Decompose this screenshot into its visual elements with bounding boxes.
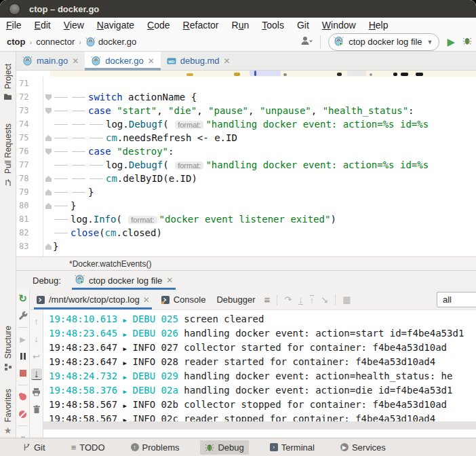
breadcrumb-item[interactable]: connector [36, 37, 75, 47]
log-level-filter-select[interactable]: all [437, 292, 476, 307]
fold-gutter[interactable] [43, 185, 53, 199]
soft-wrap-icon[interactable]: ↩ [31, 351, 42, 362]
tool-window-button-favorites[interactable]: Favorites★ [3, 389, 13, 435]
menu-refactor[interactable]: Refactor [183, 20, 219, 31]
code-line-71[interactable]: 71 [16, 77, 476, 90]
close-icon[interactable]: ✕ [143, 295, 150, 305]
debug-button[interactable] [462, 36, 472, 48]
step-into-icon[interactable]: ↓ [298, 295, 303, 305]
editor-tab-main.go[interactable]: main.go✕ [16, 52, 85, 70]
fold-marker-icon[interactable] [45, 189, 52, 195]
editor-tab-debug.md[interactable]: MDdebug.md✕ [161, 52, 237, 70]
run-configuration-select[interactable]: ctop docker log file ▼ [328, 33, 439, 51]
pause-icon[interactable] [18, 351, 28, 362]
breadcrumb-item[interactable]: ctop [7, 37, 25, 47]
up-stack-icon[interactable]: ↑ [31, 316, 42, 326]
code-line-74[interactable]: 74log.Debugf( format:"handling docker ev… [16, 117, 476, 131]
stop-icon[interactable] [18, 368, 28, 379]
print-icon[interactable] [31, 386, 42, 397]
code-line-78[interactable]: 78cm.delByID(e.ID) [16, 172, 476, 185]
menu-edit[interactable]: Edit [35, 20, 51, 31]
close-icon[interactable]: ✕ [166, 276, 173, 285]
fold-marker-icon[interactable] [45, 108, 52, 114]
fold-marker-icon[interactable] [45, 176, 52, 182]
statusbar-item-problems[interactable]: !Problems [126, 440, 184, 455]
mute-breakpoints-icon[interactable] [18, 408, 28, 419]
fold-gutter[interactable] [43, 145, 53, 158]
layout-menu-icon[interactable]: ≡ [264, 294, 271, 305]
tool-window-button-project[interactable]: Project [3, 64, 13, 100]
menu-navigate[interactable]: Navigate [97, 20, 134, 31]
debug-tab-debugger[interactable]: Debugger [214, 290, 257, 309]
fold-gutter[interactable] [43, 172, 53, 185]
code-line-80[interactable]: 80} [16, 199, 476, 212]
run-button[interactable]: ▶ [447, 37, 455, 47]
menu-file[interactable]: File [6, 20, 22, 31]
statusbar-item-services[interactable]: ▶Services [336, 440, 391, 455]
run-to-cursor-icon[interactable]: ↘ [321, 295, 328, 304]
menu-run[interactable]: Run [232, 20, 250, 31]
down-stack-icon[interactable]: ↓ [31, 333, 42, 344]
editor-tab-docker.go[interactable]: docker.go✕ [85, 52, 160, 70]
fold-marker-icon[interactable] [45, 135, 52, 141]
fold-marker-icon[interactable] [45, 149, 52, 155]
code-line-76[interactable]: 76case "destroy": [16, 145, 476, 158]
resume-icon[interactable]: ▶ [18, 334, 28, 345]
menu-code[interactable]: Code [147, 20, 170, 31]
view-breakpoints-icon[interactable] [18, 392, 28, 402]
statusbar-item-terminal[interactable]: ›Terminal [265, 440, 319, 455]
fold-gutter[interactable] [43, 158, 53, 172]
close-icon[interactable]: ✕ [224, 56, 231, 66]
rerun-icon[interactable]: ↻ [18, 293, 28, 304]
debug-tab--mnt-work-ctop-ctop-log[interactable]: /mnt/work/ctop/ctop.log✕ [34, 290, 152, 309]
user-icon[interactable] [300, 35, 313, 49]
code-line-79[interactable]: 79} [16, 185, 476, 199]
tool-window-button-pull-requests[interactable]: Pull Requests [3, 124, 13, 187]
close-icon[interactable]: ✕ [72, 56, 79, 66]
fold-gutter[interactable] [43, 199, 53, 212]
fold-gutter[interactable] [43, 253, 53, 256]
console-horizontal-scrollbar[interactable] [43, 421, 476, 430]
fold-gutter[interactable] [43, 117, 53, 131]
step-out-icon[interactable]: ↑ [310, 295, 315, 305]
close-icon[interactable]: ✕ [148, 56, 155, 66]
code-editor[interactable]: 7172switch actionName {73case "start", "… [16, 71, 476, 256]
scroll-to-end-icon[interactable]: ↓ [31, 368, 42, 379]
code-line-73[interactable]: 73case "start", "die", "pause", "unpause… [16, 104, 476, 117]
code-line-82[interactable]: 82close(cm.closed) [16, 226, 476, 240]
menu-git[interactable]: Git [297, 20, 309, 31]
fold-gutter[interactable] [43, 212, 53, 226]
fold-marker-icon[interactable] [45, 94, 52, 100]
statusbar-item-todo[interactable]: ≡TODO [66, 440, 110, 455]
statusbar-item-debug[interactable]: Debug [200, 440, 248, 455]
menu-help[interactable]: Help [369, 20, 389, 31]
menu-tools[interactable]: Tools [262, 20, 284, 31]
debug-tab-console[interactable]: Console [159, 290, 208, 309]
layout-grid-icon[interactable]: ▦ [342, 295, 351, 304]
fold-marker-icon[interactable] [45, 203, 52, 209]
fold-gutter[interactable] [43, 104, 53, 117]
settings-wrench-icon[interactable] [18, 310, 28, 321]
fold-marker-icon[interactable] [45, 244, 52, 250]
debug-session-tab[interactable]: ctop docker log file ✕ [72, 271, 176, 290]
code-line-83[interactable]: 83} [16, 240, 476, 253]
fold-gutter[interactable] [43, 240, 53, 253]
code-line-72[interactable]: 72switch actionName { [16, 90, 476, 104]
menu-window[interactable]: Window [322, 20, 356, 31]
log-console[interactable]: 19:48:10.613 ▶ DEBU 025 screen cleared19… [43, 310, 476, 438]
clear-all-icon[interactable] [31, 404, 42, 415]
window-close-button[interactable] [9, 3, 20, 15]
fold-gutter[interactable] [43, 131, 53, 145]
tool-window-button-structure[interactable]: Structure [3, 326, 13, 371]
code-line-81[interactable]: 81log.Info( format:"docker event listene… [16, 212, 476, 226]
fold-gutter[interactable] [43, 90, 53, 104]
fold-gutter[interactable] [43, 226, 53, 240]
step-over-icon[interactable]: ↷ [284, 295, 292, 304]
code-line-75[interactable]: 75cm.needsRefresh <- e.ID [16, 131, 476, 145]
breadcrumb-item[interactable]: docker.go [85, 37, 136, 47]
fold-gutter[interactable] [43, 77, 53, 90]
code-line-77[interactable]: 77log.Debugf( format:"handling docker ev… [16, 158, 476, 172]
statusbar-item-git[interactable]: Git [18, 440, 50, 455]
code-line-84[interactable]: 84 [16, 253, 476, 256]
menu-view[interactable]: View [64, 20, 84, 31]
